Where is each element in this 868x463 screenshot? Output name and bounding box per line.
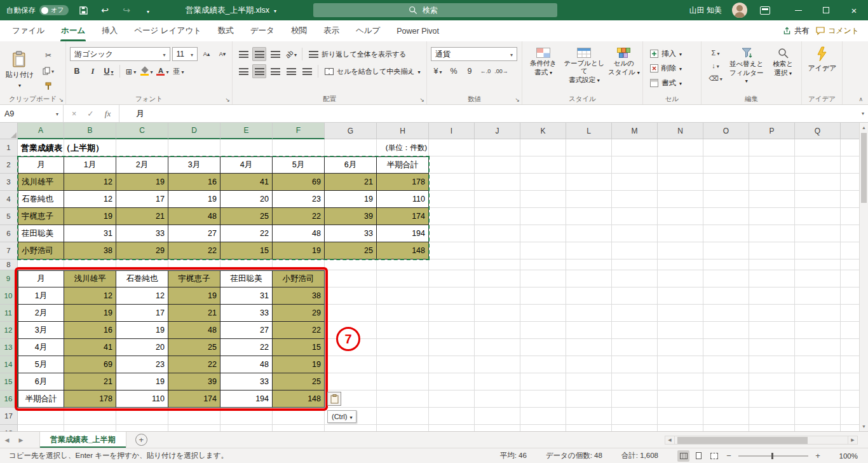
underline-button[interactable]: U bbox=[102, 64, 116, 78]
cell-A11[interactable]: 2月 bbox=[18, 305, 64, 322]
cancel-button[interactable]: × bbox=[72, 109, 76, 118]
cell-A9[interactable]: 月 bbox=[18, 270, 64, 287]
cell-C5[interactable]: 21 bbox=[116, 208, 168, 225]
cell-A5[interactable]: 宇梶恵子 bbox=[18, 208, 64, 225]
cell-D5[interactable]: 48 bbox=[168, 208, 220, 225]
cell-B11[interactable]: 19 bbox=[64, 305, 116, 322]
fill-button[interactable]: ↓ bbox=[705, 60, 726, 71]
collapse-ribbon-button[interactable] bbox=[858, 96, 863, 102]
row-header-9[interactable]: 9 bbox=[0, 270, 18, 287]
cell-F4[interactable]: 23 bbox=[273, 191, 325, 208]
phonetic-button[interactable]: 亜 bbox=[172, 64, 186, 78]
formula-content[interactable]: 月 bbox=[119, 108, 144, 120]
row-header-17[interactable]: 17 bbox=[0, 408, 18, 425]
row-header-5[interactable]: 5 bbox=[0, 208, 18, 225]
cell-B3[interactable]: 12 bbox=[64, 174, 116, 191]
cell-E3[interactable]: 41 bbox=[220, 174, 273, 191]
cell-F7[interactable]: 19 bbox=[273, 242, 325, 259]
cell-B9[interactable]: 浅川雄平 bbox=[64, 270, 116, 287]
cell-A6[interactable]: 荏田聡美 bbox=[18, 225, 64, 242]
close-button[interactable]: × bbox=[840, 0, 868, 20]
page-layout-view-button[interactable] bbox=[693, 450, 705, 462]
cell-C3[interactable]: 19 bbox=[116, 174, 168, 191]
next-sheet-button[interactable] bbox=[14, 437, 28, 443]
cut-button[interactable] bbox=[39, 48, 57, 62]
cell-F2[interactable]: 5月 bbox=[273, 156, 325, 174]
cell-E11[interactable]: 33 bbox=[220, 305, 273, 322]
cell-F14[interactable]: 19 bbox=[273, 356, 325, 373]
cell-B10[interactable]: 12 bbox=[64, 287, 116, 305]
cell-B6[interactable]: 31 bbox=[64, 225, 116, 242]
row-header-3[interactable]: 3 bbox=[0, 174, 18, 191]
cell-C7[interactable]: 29 bbox=[116, 242, 168, 259]
cell-A14[interactable]: 5月 bbox=[18, 356, 64, 373]
cell-C4[interactable]: 17 bbox=[116, 191, 168, 208]
align-top-button[interactable] bbox=[236, 47, 250, 61]
cell-E15[interactable]: 33 bbox=[220, 373, 273, 390]
row-header-6[interactable]: 6 bbox=[0, 225, 18, 242]
cell-C9[interactable]: 石巻純也 bbox=[116, 270, 168, 287]
cell-G6[interactable]: 33 bbox=[325, 225, 377, 242]
cell-A10[interactable]: 1月 bbox=[18, 287, 64, 305]
zoom-out-button[interactable] bbox=[723, 451, 735, 460]
align-bottom-button[interactable] bbox=[268, 47, 282, 61]
align-right-button[interactable] bbox=[268, 64, 282, 78]
name-box[interactable]: A9 bbox=[0, 105, 64, 122]
col-header-G[interactable]: G bbox=[325, 123, 377, 139]
cell-F13[interactable]: 15 bbox=[273, 339, 325, 356]
maximize-button[interactable] bbox=[812, 0, 840, 20]
col-header-E[interactable]: E bbox=[220, 123, 273, 139]
cell-D6[interactable]: 27 bbox=[168, 225, 220, 242]
cell-A16[interactable]: 半期合計 bbox=[18, 390, 64, 408]
autosave-switch[interactable]: オフ bbox=[39, 5, 69, 15]
cell-A1[interactable]: 営業成績表（上半期） bbox=[18, 139, 64, 156]
cell-B5[interactable]: 19 bbox=[64, 208, 116, 225]
cell-F3[interactable]: 69 bbox=[273, 174, 325, 191]
ribbon-tab-1[interactable]: ホーム bbox=[53, 20, 93, 41]
cell-C2[interactable]: 2月 bbox=[116, 156, 168, 174]
cell-E6[interactable]: 22 bbox=[220, 225, 273, 242]
col-header-D[interactable]: D bbox=[168, 123, 220, 139]
accounting-format-button[interactable]: ¥ bbox=[431, 64, 445, 78]
row-header-1[interactable]: 1 bbox=[0, 139, 18, 156]
copy-button[interactable] bbox=[39, 64, 57, 78]
cell-D10[interactable]: 19 bbox=[168, 287, 220, 305]
cell-E2[interactable]: 4月 bbox=[220, 156, 273, 174]
row-header-2[interactable]: 2 bbox=[0, 156, 18, 174]
increase-font-button[interactable]: A▴ bbox=[200, 47, 214, 61]
orientation-button[interactable]: ab bbox=[284, 47, 298, 61]
scroll-up-arrow-icon[interactable] bbox=[860, 123, 868, 132]
scroll-left-arrow-icon[interactable] bbox=[665, 436, 675, 445]
col-header-P[interactable]: P bbox=[749, 123, 795, 139]
col-header-O[interactable]: O bbox=[703, 123, 749, 139]
font-dialog-launcher[interactable] bbox=[225, 97, 230, 103]
clipboard-dialog-launcher[interactable] bbox=[58, 97, 64, 103]
row-header-11[interactable]: 11 bbox=[0, 305, 18, 322]
delete-cells-button[interactable]: 削除 bbox=[647, 62, 698, 75]
cell-E7[interactable]: 15 bbox=[220, 242, 273, 259]
row-header-13[interactable]: 13 bbox=[0, 339, 18, 356]
cell-D9[interactable]: 宇梶恵子 bbox=[168, 270, 220, 287]
align-middle-button[interactable] bbox=[252, 47, 266, 61]
col-header-F[interactable]: F bbox=[273, 123, 325, 139]
ribbon-tab-8[interactable]: ヘルプ bbox=[348, 20, 388, 41]
font-size-select[interactable]: 11 bbox=[172, 47, 198, 61]
cell-H2[interactable]: 半期合計 bbox=[377, 156, 429, 174]
zoom-slider[interactable] bbox=[738, 455, 808, 457]
cell-A13[interactable]: 4月 bbox=[18, 339, 64, 356]
insert-function-button[interactable]: fx bbox=[105, 109, 111, 119]
enter-button[interactable]: ✓ bbox=[87, 109, 93, 118]
conditional-formatting-button[interactable]: 条件付き 書式 bbox=[526, 44, 560, 76]
row-header-12[interactable]: 12 bbox=[0, 322, 18, 339]
cell-E16[interactable]: 194 bbox=[220, 390, 273, 408]
page-break-view-button[interactable] bbox=[708, 450, 720, 462]
avatar[interactable] bbox=[732, 3, 747, 18]
col-header-H[interactable]: H bbox=[377, 123, 429, 139]
wrap-text-button[interactable]: 折り返して全体を表示する bbox=[306, 47, 409, 61]
cell-H7[interactable]: 148 bbox=[377, 242, 429, 259]
cell-A3[interactable]: 浅川雄平 bbox=[18, 174, 64, 191]
decrease-indent-button[interactable] bbox=[284, 64, 298, 78]
font-color-button[interactable]: A bbox=[156, 64, 170, 78]
cell-E10[interactable]: 31 bbox=[220, 287, 273, 305]
undo-button[interactable]: ↩ bbox=[98, 3, 112, 18]
